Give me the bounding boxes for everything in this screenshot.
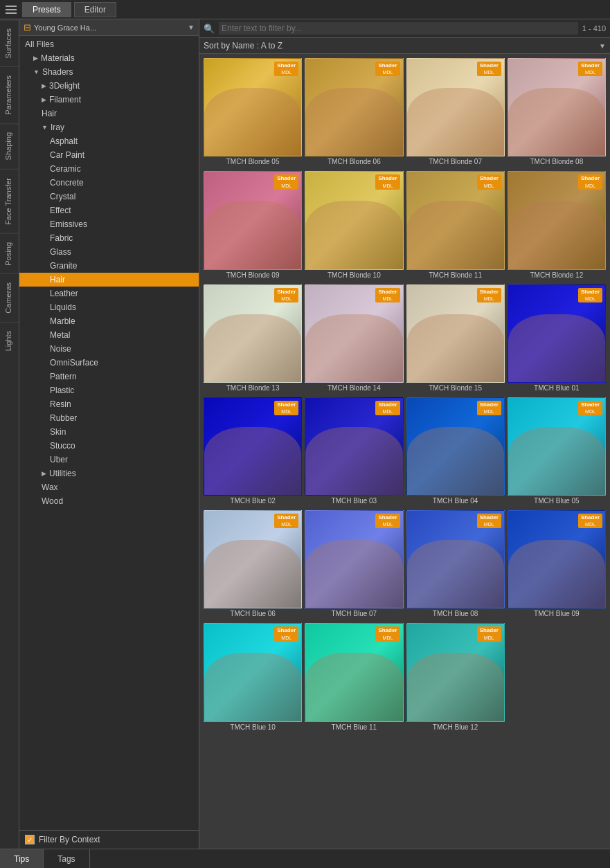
grid-item-b15[interactable]: ShaderMDLTMCH Blonde 15 xyxy=(406,284,505,395)
grid-item-b12[interactable]: ShaderMDLTMCH Blonde 12 xyxy=(508,171,606,281)
grid-item-b14[interactable]: ShaderMDLTMCH Blonde 14 xyxy=(305,284,403,395)
filter-check-icon[interactable]: ✓ xyxy=(25,835,35,844)
grid-item-bl11[interactable]: ShaderMDLTMCH Blue 11 xyxy=(305,623,403,733)
tree-marble[interactable]: Marble xyxy=(19,314,199,328)
shader-badge-bl04: ShaderMDL xyxy=(477,401,501,415)
shader-badge-b12: ShaderMDL xyxy=(578,174,602,189)
tree-asphalt[interactable]: Asphalt xyxy=(19,134,199,148)
tab-presets[interactable]: Presets xyxy=(22,2,71,17)
thumb-b10: ShaderMDL xyxy=(305,171,403,269)
grid-item-b08[interactable]: ShaderMDLTMCH Blonde 08 xyxy=(508,58,606,168)
top-bar: Presets Editor xyxy=(0,0,610,19)
tab-tips[interactable]: Tips xyxy=(0,849,44,868)
liquids-label: Liquids xyxy=(50,302,76,312)
tree-plastic[interactable]: Plastic xyxy=(19,383,199,397)
grid-item-bl07[interactable]: ShaderMDLTMCH Blue 07 xyxy=(305,510,403,620)
tree-granite[interactable]: Granite xyxy=(19,259,199,273)
tree-fabric[interactable]: Fabric xyxy=(19,231,199,245)
thumb-bl04: ShaderMDL xyxy=(406,397,505,496)
thumb-b08: ShaderMDL xyxy=(508,58,606,156)
thumb-bl09: ShaderMDL xyxy=(508,510,606,608)
thumb-bl02: ShaderMDL xyxy=(204,397,302,496)
shader-badge-b11: ShaderMDL xyxy=(477,174,501,189)
tree-utilities[interactable]: ▶ Utilities xyxy=(19,467,199,480)
tree-effect[interactable]: Effect xyxy=(19,204,199,217)
grid-item-b09[interactable]: ShaderMDLTMCH Blonde 09 xyxy=(204,171,302,281)
item-label-bl01: TMCH Blue 01 xyxy=(534,383,580,395)
grid-item-bl08[interactable]: ShaderMDLTMCH Blue 08 xyxy=(406,510,505,620)
grid-item-bl10[interactable]: ShaderMDLTMCH Blue 10 xyxy=(204,623,302,733)
shader-badge-bl07: ShaderMDL xyxy=(375,514,400,528)
grid-item-bl09[interactable]: ShaderMDLTMCH Blue 09 xyxy=(508,510,606,620)
left-tabs: Surfaces Parameters Shaping Face Transfe… xyxy=(0,19,19,849)
grid-item-b13[interactable]: ShaderMDLTMCH Blonde 13 xyxy=(204,284,302,395)
grid-item-b07[interactable]: ShaderMDLTMCH Blonde 07 xyxy=(406,58,505,168)
grid-item-bl04[interactable]: ShaderMDLTMCH Blue 04 xyxy=(406,397,505,507)
shaders-label: Shaders xyxy=(42,67,73,77)
tree-hair-active[interactable]: Hair xyxy=(19,273,199,287)
shader-badge-b10: ShaderMDL xyxy=(375,174,400,189)
tree-stucco[interactable]: Stucco xyxy=(19,439,199,453)
grid-item-b05[interactable]: ShaderMDLTMCH Blonde 05 xyxy=(204,58,302,168)
tree-materials[interactable]: ▶ Materials xyxy=(19,51,199,65)
tree-ceramic[interactable]: Ceramic xyxy=(19,162,199,176)
asphalt-label: Asphalt xyxy=(50,136,78,146)
materials-arrow: ▶ xyxy=(33,55,38,62)
grid-item-bl06[interactable]: ShaderMDLTMCH Blue 06 xyxy=(204,510,302,620)
grid-item-bl03[interactable]: ShaderMDLTMCH Blue 03 xyxy=(305,397,403,507)
grid-item-bl02[interactable]: ShaderMDLTMCH Blue 02 xyxy=(204,397,302,507)
tree-skin[interactable]: Skin xyxy=(19,425,199,439)
filter-label: Young Grace Ha... xyxy=(34,24,185,32)
tree-noise[interactable]: Noise xyxy=(19,342,199,356)
grid-item-b06[interactable]: ShaderMDLTMCH Blonde 06 xyxy=(305,58,403,168)
tree-metal[interactable]: Metal xyxy=(19,328,199,342)
sidebar-item-lights[interactable]: Lights xyxy=(0,322,19,359)
tree-uber[interactable]: Uber xyxy=(19,453,199,467)
tree-crystal[interactable]: Crystal xyxy=(19,190,199,204)
sidebar-item-shaping[interactable]: Shaping xyxy=(0,123,19,168)
tree-3delight[interactable]: ▶ 3Delight xyxy=(19,79,199,93)
tree-resin[interactable]: Resin xyxy=(19,397,199,411)
search-input[interactable] xyxy=(219,22,578,35)
filter-bar[interactable]: ⊟ Young Grace Ha... ▼ xyxy=(19,19,199,36)
sidebar-item-surfaces[interactable]: Surfaces xyxy=(0,19,19,66)
tab-tags[interactable]: Tags xyxy=(44,849,89,868)
tree-leather[interactable]: Leather xyxy=(19,287,199,300)
tree-rubber[interactable]: Rubber xyxy=(19,411,199,425)
sidebar-item-face-transfer[interactable]: Face Transfer xyxy=(0,169,19,233)
tree-liquids[interactable]: Liquids xyxy=(19,300,199,314)
tree-all-files[interactable]: All Files xyxy=(19,37,199,51)
tree-emissives[interactable]: Emissives xyxy=(19,217,199,231)
thumb-b12: ShaderMDL xyxy=(508,171,606,269)
grid-item-bl01[interactable]: ShaderMDLTMCH Blue 01 xyxy=(508,284,606,395)
sort-bar[interactable]: Sort by Name : A to Z ▼ xyxy=(199,38,610,54)
tree-shaders[interactable]: ▼ Shaders xyxy=(19,65,199,79)
filter-arrow-icon: ▼ xyxy=(188,24,195,31)
sidebar-item-parameters[interactable]: Parameters xyxy=(0,66,19,123)
tree-wax[interactable]: Wax xyxy=(19,480,199,494)
grid-item-bl05[interactable]: ShaderMDLTMCH Blue 05 xyxy=(508,397,606,507)
grid-item-b10[interactable]: ShaderMDLTMCH Blonde 10 xyxy=(305,171,403,281)
item-label-bl10: TMCH Blue 10 xyxy=(230,722,276,734)
tree-wood[interactable]: Wood xyxy=(19,494,199,508)
shader-badge-bl06: ShaderMDL xyxy=(274,514,298,528)
tree-iray[interactable]: ▼ Iray xyxy=(19,120,199,134)
sidebar-item-posing[interactable]: Posing xyxy=(0,233,19,274)
hair-shader-label: Hair xyxy=(42,109,57,118)
tree-car-paint[interactable]: Car Paint xyxy=(19,148,199,162)
tree-hair-shader[interactable]: Hair xyxy=(19,107,199,120)
grid-item-b11[interactable]: ShaderMDLTMCH Blonde 11 xyxy=(406,171,505,281)
emissives-label: Emissives xyxy=(50,219,87,229)
menu-icon[interactable] xyxy=(3,1,19,18)
tree-pattern[interactable]: Pattern xyxy=(19,370,199,383)
tab-editor[interactable]: Editor xyxy=(74,2,116,17)
tree-concrete[interactable]: Concrete xyxy=(19,176,199,190)
tree-glass[interactable]: Glass xyxy=(19,245,199,259)
tree-filament[interactable]: ▶ Filament xyxy=(19,93,199,107)
grid-item-bl12[interactable]: ShaderMDLTMCH Blue 12 xyxy=(406,623,505,733)
filament-label: Filament xyxy=(49,95,81,105)
omnisurface-label: OmniSurface xyxy=(50,358,98,368)
item-label-b10: TMCH Blonde 10 xyxy=(328,270,381,282)
sidebar-item-cameras[interactable]: Cameras xyxy=(0,273,19,322)
tree-omnisurface[interactable]: OmniSurface xyxy=(19,356,199,370)
